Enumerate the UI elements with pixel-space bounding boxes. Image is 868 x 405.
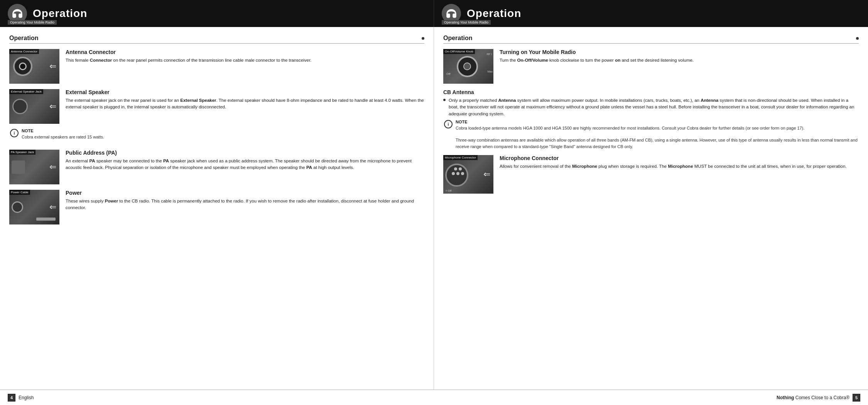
- cb-antenna-bullet: Only a properly matched Antenna system w…: [443, 97, 859, 117]
- ext-speaker-img-label: External Speaker Jack: [9, 89, 43, 94]
- turning-on-title: Turning on Your Mobile Radio: [500, 49, 859, 55]
- external-speaker-image: External Speaker Jack ⇐: [9, 89, 59, 124]
- ext-speaker-note-body: Cobra external speakers are rated 15 wat…: [22, 134, 104, 140]
- power-text: Power These wires supply Power to the CB…: [66, 190, 424, 211]
- header: Operation Operating Your Mobile Radio Op…: [0, 0, 868, 27]
- ext-speaker-note-text: NOTE Cobra external speakers are rated 1…: [22, 128, 104, 140]
- antenna-connector-image: Antenna Connector ⇐: [9, 49, 59, 84]
- bullet-dot: [443, 99, 446, 101]
- section-dot-left: [422, 37, 424, 40]
- pa-img-label: PA Speaker Jack: [9, 150, 35, 155]
- footer-brand-suffix: Comes Close to a Cobra®: [794, 395, 849, 400]
- footer-left: 4 English: [0, 394, 434, 402]
- footer-brand: Nothing Comes Close to a Cobra®: [777, 395, 849, 400]
- cb-antenna-note-text: NOTE Cobra loaded-type antenna models HG…: [456, 120, 859, 150]
- turning-on-body: Turn the On-Off/Volume knob clockwise to…: [500, 57, 859, 64]
- right-page: Operation On-Off/Volume Knob Off RF I Ma…: [434, 27, 868, 390]
- external-speaker-block: External Speaker Jack ⇐ External Speaker…: [9, 89, 424, 144]
- pa-speaker-image: PA Speaker Jack ⇐: [9, 150, 59, 184]
- ext-speaker-note: i NOTE Cobra external speakers are rated…: [9, 128, 104, 140]
- left-section-title: Operation: [9, 35, 39, 42]
- turning-on-block: On-Off/Volume Knob Off RF I Max Turning …: [443, 49, 859, 84]
- pa-speaker-body: An external PA speaker may be connected …: [66, 158, 424, 171]
- turning-on-text: Turning on Your Mobile Radio Turn the On…: [500, 49, 859, 64]
- cb-antenna-note: i NOTE Cobra loaded-type antenna models …: [443, 120, 859, 150]
- footer-right: Nothing Comes Close to a Cobra® 5: [434, 394, 868, 402]
- cb-antenna-note-body-2: Three-way combination antennas are avail…: [456, 137, 859, 150]
- header-right: Operation Operating Your Mobile Radio: [434, 0, 868, 27]
- note-icon-1: i: [10, 129, 19, 137]
- cb-antenna-title: CB Antenna: [443, 89, 859, 95]
- footer: 4 English Nothing Comes Close to a Cobra…: [0, 390, 868, 405]
- power-title: Power: [66, 190, 424, 196]
- note-icon-2: i: [444, 120, 453, 128]
- external-speaker-body: The external speaker jack on the rear pa…: [66, 97, 424, 111]
- microphone-image: Microphone Connector ⇐ + Off: [443, 155, 493, 194]
- section-dot-right: [856, 37, 859, 40]
- connector-arrow: ⇐: [49, 61, 56, 71]
- cb-antenna-block: CB Antenna Only a properly matched Anten…: [443, 89, 859, 150]
- ext-speaker-note-label: NOTE: [22, 128, 104, 133]
- right-page-number: 5: [853, 394, 860, 402]
- footer-brand-bold: Nothing: [777, 395, 794, 400]
- antenna-connector-block: Antenna Connector ⇐ Antenna Connector Th…: [9, 49, 424, 84]
- headphone-right-icon: [445, 7, 458, 20]
- header-right-subtitle: Operating Your Mobile Radio: [442, 20, 491, 25]
- right-section-title: Operation: [443, 35, 473, 42]
- main-content: Operation Antenna Connector ⇐ Antenna Co…: [0, 27, 868, 390]
- header-left: Operation Operating Your Mobile Radio: [0, 0, 434, 27]
- mic-img-label: Microphone Connector: [443, 155, 478, 160]
- header-left-title: Operation: [33, 7, 87, 20]
- external-speaker-title: External Speaker: [66, 89, 424, 95]
- pa-speaker-text: Public Address (PA) An external PA speak…: [66, 150, 424, 171]
- mic-arrow: ⇐: [483, 169, 490, 179]
- knob-img-label: On-Off/Volume Knob: [443, 49, 475, 54]
- antenna-connector-text: Antenna Connector This female Connector …: [66, 49, 424, 64]
- power-body: These wires supply Power to the CB radio…: [66, 198, 424, 211]
- turning-on-image: On-Off/Volume Knob Off RF I Max: [443, 49, 493, 84]
- header-left-subtitle: Operating Your Mobile Radio: [8, 20, 57, 25]
- antenna-connector-body: This female Connector on the rear panel …: [66, 57, 424, 64]
- microphone-title: Microphone Connector: [500, 155, 859, 161]
- power-img-label: Power Cable: [9, 190, 30, 195]
- left-section-heading: Operation: [9, 35, 424, 44]
- right-section-heading: Operation: [443, 35, 859, 44]
- microphone-connector-block: Microphone Connector ⇐ + Off Microphone …: [443, 155, 859, 194]
- headphone-icon: [11, 7, 24, 20]
- antenna-connector-title: Antenna Connector: [66, 49, 424, 55]
- left-page: Operation Antenna Connector ⇐ Antenna Co…: [0, 27, 434, 390]
- antenna-img-label: Antenna Connector: [9, 49, 39, 54]
- pa-arrow: ⇐: [49, 162, 56, 172]
- cb-antenna-body: Only a properly matched Antenna system w…: [443, 97, 859, 117]
- microphone-body: Allows for convenient removal of the Mic…: [500, 163, 859, 170]
- power-block: Power Cable ⇐ Power These wires supply P…: [9, 190, 424, 224]
- pa-speaker-title: Public Address (PA): [66, 150, 424, 156]
- left-page-number: 4: [8, 394, 15, 402]
- footer-language: English: [19, 395, 34, 400]
- power-arrow: ⇐: [49, 202, 56, 212]
- cb-antenna-note-body-1: Cobra loaded-type antenna models HGA 100…: [456, 125, 859, 132]
- pa-speaker-block: PA Speaker Jack ⇐ Public Address (PA) An…: [9, 150, 424, 184]
- microphone-text: Microphone Connector Allows for convenie…: [500, 155, 859, 170]
- header-right-title: Operation: [467, 7, 521, 20]
- external-speaker-text: External Speaker The external speaker ja…: [66, 89, 424, 124]
- speaker-arrow: ⇐: [49, 101, 56, 111]
- power-image: Power Cable ⇐: [9, 190, 59, 224]
- cb-antenna-note-label: NOTE: [456, 120, 859, 124]
